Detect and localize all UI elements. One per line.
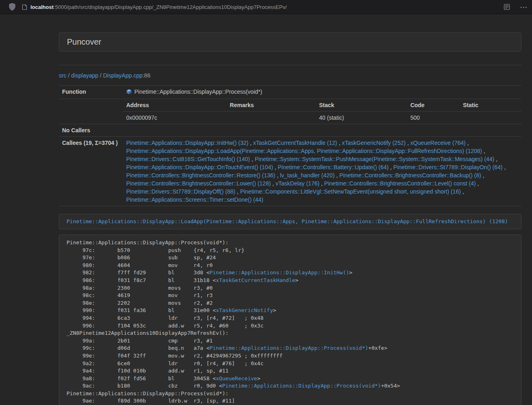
- ellipsis-menu-icon[interactable]: ⋯: [520, 3, 528, 11]
- breadcrumb-separator: /: [98, 72, 103, 79]
- breadcrumb-link[interactable]: src: [59, 72, 67, 79]
- symbol-detail-table: Function Pinetime::Applications::Display…: [59, 85, 521, 206]
- shield-icon[interactable]: [9, 3, 16, 11]
- symbol-kind-icon: [126, 88, 132, 97]
- table-row: 0x0000097c 40 (static) 500: [123, 112, 521, 124]
- callee-link[interactable]: lv_task_handler (420): [280, 172, 335, 179]
- callees-row: Callees (19, Σ=3704 ) Pinetime::Applicat…: [59, 137, 521, 206]
- callee-separator: ,: [275, 172, 280, 179]
- callee-link[interactable]: Pinetime::Applications::Screens::Timer::…: [126, 196, 263, 203]
- page-content: Puncover src / displayapp / DisplayApp.c…: [59, 15, 521, 405]
- no-callers-label: No Callers: [59, 124, 123, 137]
- callee-separator: ,: [476, 180, 479, 187]
- callee-link[interactable]: xTaskGetCurrentTaskHandle (12): [253, 140, 337, 146]
- breadcrumb: src / displayapp / DisplayApp.cpp:86: [59, 71, 521, 80]
- highlighted-symbol-panel: Pinetime::Applications::DisplayApp::Load…: [59, 214, 521, 229]
- callee-separator: ,: [494, 156, 498, 162]
- callee-link[interactable]: xTaskGenericNotify (252): [342, 140, 405, 146]
- callee-link[interactable]: Pinetime::Drivers::Cst816S::GetTouchInfo…: [126, 156, 250, 162]
- remarks-value: [226, 112, 316, 124]
- function-row-label: Function: [59, 86, 123, 99]
- function-name: Pinetime::Applications::DisplayApp::Proc…: [134, 88, 262, 95]
- app-title[interactable]: Puncover: [67, 37, 101, 46]
- url-path: :5000/path/src/displayapp/DisplayApp.cpp…: [54, 4, 287, 10]
- callee-link[interactable]: Pinetime::Applications::DisplayApp::Load…: [126, 148, 482, 154]
- callee-separator: ,: [481, 172, 485, 179]
- callee-separator: ,: [250, 156, 255, 162]
- asm-symbol-link[interactable]: Pinetime::Applications::DisplayApp::Proc…: [209, 345, 368, 351]
- callee-separator: ,: [461, 188, 464, 195]
- callee-link[interactable]: xQueueReceive (764): [410, 140, 465, 146]
- callee-link[interactable]: vTaskDelay (176): [276, 180, 319, 187]
- divider: [59, 65, 521, 65]
- static-value: [460, 112, 521, 124]
- symbol-stats-table: Address Remarks Stack Code Static 0x0000…: [123, 99, 521, 124]
- callee-separator: ,: [482, 148, 485, 154]
- table-header-row: Address Remarks Stack Code Static: [123, 99, 521, 112]
- callee-link[interactable]: Pinetime::Applications::DisplayApp::OnTo…: [126, 164, 273, 170]
- breadcrumb-link[interactable]: displayapp: [71, 72, 98, 79]
- asm-symbol-link[interactable]: xTaskGenericNotify: [216, 307, 273, 313]
- callees-list: Pinetime::Applications::DisplayApp::Init…: [123, 137, 521, 206]
- highlighted-symbol-link[interactable]: Pinetime::Applications::DisplayApp::Load…: [67, 218, 508, 224]
- asm-symbol-link[interactable]: xTaskGetCurrentTaskHandle: [216, 277, 295, 283]
- callee-separator: ,: [271, 180, 276, 187]
- callee-separator: ,: [335, 172, 340, 179]
- col-remarks: Remarks: [226, 99, 316, 112]
- callee-separator: ,: [273, 164, 278, 170]
- callee-link[interactable]: Pinetime::Drivers::St7789::DisplayOn() (…: [393, 164, 502, 170]
- callee-link[interactable]: Pinetime::Controllers::Battery::Update()…: [278, 164, 389, 170]
- breadcrumb-line-number: :86: [142, 72, 150, 79]
- col-stack: Stack: [316, 99, 407, 112]
- disassembly: Pinetime::Applications::DisplayApp::Proc…: [59, 235, 521, 405]
- callees-label: Callees (19, Σ=3704 ): [59, 137, 123, 206]
- reader-mode-icon[interactable]: [504, 4, 510, 10]
- asm-symbol-link[interactable]: Pinetime::Applications::DisplayApp::Proc…: [222, 383, 381, 389]
- callee-separator: ,: [319, 180, 324, 187]
- breadcrumb-separator: /: [67, 72, 71, 79]
- callee-separator: ,: [248, 140, 253, 146]
- callee-link[interactable]: Pinetime::Controllers::BrightnessControl…: [324, 180, 476, 187]
- stats-row: Address Remarks Stack Code Static 0x0000…: [59, 99, 521, 124]
- callee-link[interactable]: Pinetime::Controllers::BrightnessControl…: [339, 172, 481, 179]
- col-address: Address: [123, 99, 226, 112]
- code-value: 500: [407, 112, 460, 124]
- col-static: Static: [460, 99, 521, 112]
- address-value: 0x0000097c: [123, 112, 226, 124]
- no-callers-row: No Callers: [59, 124, 521, 137]
- asm-symbol-link[interactable]: Pinetime::Applications::DisplayApp::Init…: [209, 269, 349, 276]
- stack-value: 40 (static): [316, 112, 407, 124]
- app-header: Puncover: [59, 32, 521, 52]
- col-code: Code: [407, 99, 460, 112]
- url-host: localhost: [30, 4, 54, 10]
- function-row: Function Pinetime::Applications::Display…: [59, 86, 521, 99]
- url-bar[interactable]: localhost:5000/path/src/displayapp/Displ…: [30, 4, 287, 10]
- callee-link[interactable]: Pinetime::Applications::DisplayApp::Init…: [126, 140, 248, 146]
- callee-link[interactable]: Pinetime::Controllers::BrightnessControl…: [126, 172, 275, 179]
- callee-separator: ,: [235, 188, 240, 195]
- callee-separator: ,: [337, 140, 342, 146]
- callee-link[interactable]: Pinetime::Controllers::BrightnessControl…: [126, 180, 271, 187]
- browser-chrome: localhost:5000/path/src/displayapp/Displ…: [0, 0, 532, 14]
- callee-separator: ,: [389, 164, 394, 170]
- callee-link[interactable]: Pinetime::Drivers::St7789::DisplayOff() …: [126, 188, 235, 195]
- callee-link[interactable]: Pinetime::System::SystemTask::PushMessag…: [255, 156, 495, 162]
- callee-separator: ,: [465, 140, 469, 146]
- breadcrumb-link[interactable]: DisplayApp.cpp: [103, 72, 142, 79]
- asm-symbol-link[interactable]: xQueueReceive: [216, 375, 257, 381]
- disassembly-code: Pinetime::Applications::DisplayApp::Proc…: [67, 239, 400, 405]
- callee-separator: ,: [503, 164, 506, 170]
- callee-link[interactable]: Pinetime::Components::LittleVgl::SetNewT…: [240, 188, 461, 195]
- callee-separator: ,: [406, 140, 411, 146]
- page-icon: [22, 4, 27, 10]
